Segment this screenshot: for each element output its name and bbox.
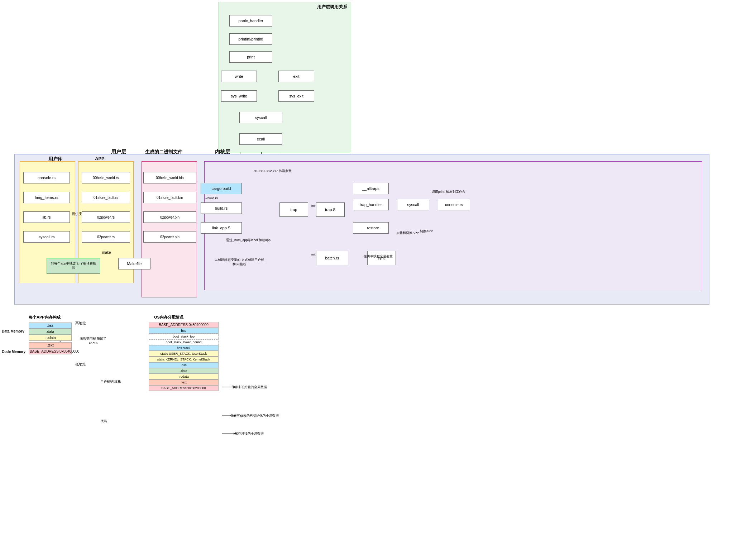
mem-app-text: .text (29, 342, 72, 348)
label-buildarrow: →build.rs (204, 196, 218, 201)
mem-app-data: .data (29, 329, 72, 335)
label-switch-app: 切换APP (420, 229, 433, 234)
box-bin-01: 01store_fault.bin (143, 192, 196, 203)
label-save-uninit: 保存未初始化的全局数据 (222, 385, 276, 390)
box-write: write (221, 71, 257, 82)
label-call-print: 调用print! 输出到工作台 (431, 190, 466, 194)
box-bin-00: 00hello_world.bin (143, 172, 196, 183)
box-trap: trap (279, 202, 308, 217)
box-per-app-compile: 对每个app单独进 行了编译和链接 (47, 258, 100, 274)
label-through-num-app: 通过_num_app等label 加载app (225, 238, 272, 243)
label-stack-reserved: 函数调用栈 预留了 4K*16 (77, 337, 109, 345)
label-user-kernel-stack: 用户栈/内核栈 (100, 380, 121, 384)
box-println: println!/println! (229, 33, 272, 45)
box-app-01: 01store_fault.rs (82, 192, 130, 203)
box-cargo-build: cargo build (201, 183, 242, 194)
mem-kernel-stack: static KERNEL_STACK: KernelStack (149, 357, 219, 362)
user-call-title: 用户层调用关系 (317, 4, 347, 10)
label-userlayer: 用户层 (111, 149, 126, 155)
mem-data2: .data (149, 368, 219, 374)
box-lang-items-rs: lang_items.rs (23, 192, 70, 203)
mem-app-bss: .bss (29, 322, 72, 329)
box-console-rs: console.rs (23, 172, 70, 183)
box-makefile: Makefile (118, 258, 150, 269)
label-app: APP (95, 156, 105, 161)
box-sys-exit: sys_exit (278, 90, 314, 102)
label-create-batch: 以创建静态变量的 方式创建用户栈和 内核栈 (214, 258, 264, 266)
os-memory-cells: BASE_ADDRESS:0x80400000 bss boot_stack_t… (149, 322, 219, 391)
box-bin-02b: 02power.bin (143, 231, 196, 243)
box-syscall-kernel: syscall (397, 199, 429, 210)
label-params: x10,x11,x12,x17 传递参数 (254, 169, 292, 173)
label-provide-single: 提供单线程全局变量 (357, 254, 399, 259)
mem-text2: .text (149, 379, 219, 385)
mem-os-base-top: BASE_ADDRESS:0x80400000 (149, 322, 219, 328)
label-per-app-mem: 每个APP内存构成 (29, 315, 61, 320)
app-memory-cells: .bss .data .rodata .text BASE_ADDRESS:0x… (29, 322, 72, 354)
box-exit: exit (278, 71, 314, 82)
label-save-readonly: 保存只读的全局数据 (222, 432, 276, 436)
box-console-rs-kernel: console.rs (438, 199, 470, 210)
label-high-addr: 高地址 (75, 321, 86, 325)
label-code-memory: Code Memory (2, 349, 25, 354)
box-app-02b: 02power.rs (82, 231, 130, 243)
label-data-memory: Data Memory (2, 329, 24, 334)
label-make: make (102, 250, 111, 255)
box-link-app-s: link_app.S (201, 222, 242, 234)
label-binary: 生成的二进制文件 (145, 149, 182, 155)
mem-boot-stack-top: boot_stack_top (149, 334, 219, 339)
box-sys-write: sys_write (221, 90, 257, 102)
box-app-02a: 02power.rs (82, 211, 130, 223)
mem-bss2: .bss (149, 362, 219, 368)
box-panic-handler: panic_handler (229, 15, 272, 27)
box-lib-rs: lib.rs (23, 211, 70, 223)
box-syscall-user: syscall (239, 112, 282, 123)
label-save-init-mutable: 保存可修改的已初始化的全局数据 (222, 414, 287, 418)
box-ecall: ecall (239, 133, 282, 145)
mem-base2: BASE_ADDRESS:0x80200000 (149, 385, 219, 391)
label-code: 代码 (100, 419, 107, 424)
label-low-addr: 低地址 (75, 362, 86, 367)
label-kernel: 内核层 (215, 149, 230, 155)
box-syscall-rs: syscall.rs (23, 231, 70, 243)
label-init: init (311, 204, 316, 209)
box-trap-s: trap.S (316, 202, 345, 217)
box-build-rs: build.rs (201, 202, 242, 214)
mem-user-stack: static USER_STACK: UserStack (149, 351, 219, 357)
label-os-mem: OS内存分配情况 (154, 315, 183, 320)
mem-os-bss-label: bss (149, 328, 219, 334)
mem-app-base: BASE_ADDRESS:0x80400000 (29, 348, 72, 354)
kernel-section (204, 161, 702, 290)
box-trap-handler: trap_handler (353, 199, 389, 210)
mem-boot-stack-lower: boot_stack_lower_bound (149, 339, 219, 345)
mem-app-rodata: .rodata (29, 335, 72, 341)
box-restore: __restore (353, 222, 389, 234)
mem-bss-stack: bss.stack (149, 345, 219, 351)
box-print: print (229, 51, 272, 63)
box-alltraps: __alltraps (353, 183, 389, 194)
box-batch-rs: batch.rs (316, 251, 348, 265)
label-init2: init (311, 253, 316, 257)
box-app-00: 00hello_world.rs (82, 172, 130, 183)
mem-rodata2: .rodata (149, 374, 219, 379)
box-bin-02a: 02power.bin (143, 211, 196, 223)
